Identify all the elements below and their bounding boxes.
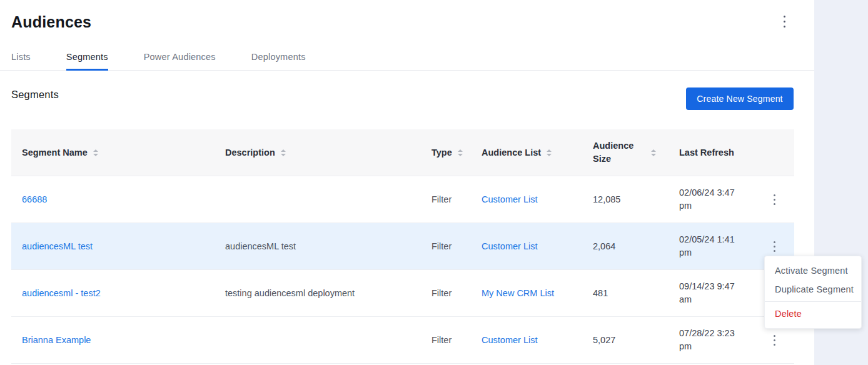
type-cell: Filter [431, 335, 482, 345]
kebab-icon [774, 246, 775, 248]
tab-power-audiences[interactable]: Power Audiences [144, 44, 216, 70]
last-refresh-cell: 07/28/22 3:23 pm [679, 327, 763, 353]
sort-icon[interactable] [458, 149, 463, 156]
segments-table: Segment Name Description Type Audience L… [11, 129, 794, 364]
last-refresh-cell: 09/14/23 9:47 am [679, 280, 763, 306]
audience-list-cell: Customer List [482, 241, 593, 251]
menu-item-duplicate-segment[interactable]: Duplicate Segment [765, 280, 861, 299]
menu-divider [765, 301, 861, 302]
table-row-selected: audiencesML test audiencesML test Filter… [11, 223, 794, 270]
column-header-description: Description [225, 148, 431, 158]
actions-cell [763, 192, 794, 207]
audience-list-link[interactable]: Customer List [482, 335, 537, 345]
last-refresh-value: 02/06/24 3:47 pm [679, 186, 742, 212]
kebab-icon [774, 335, 775, 337]
audience-list-link[interactable]: Customer List [482, 241, 537, 251]
menu-item-activate-segment[interactable]: Activate Segment [765, 261, 861, 280]
row-actions-menu-button-open[interactable] [768, 239, 780, 254]
segment-name-link[interactable]: audiencesml - test2 [22, 288, 101, 298]
row-actions-context-menu: Activate Segment Duplicate Segment Delet… [764, 256, 862, 329]
actions-cell [763, 239, 794, 254]
audience-list-link[interactable]: Customer List [482, 194, 537, 204]
kebab-icon [774, 344, 775, 346]
segment-name-link[interactable]: Brianna Example [22, 335, 91, 345]
type-cell: Filter [431, 241, 482, 251]
table-row: audiencesml - test2 testing audiencesml … [11, 270, 794, 317]
kebab-icon [774, 194, 775, 196]
tab-bar: Lists Segments Power Audiences Deploymen… [0, 44, 814, 71]
column-header-segment-name: Segment Name [22, 148, 225, 158]
segment-name-link[interactable]: 66688 [22, 194, 47, 204]
actions-cell [763, 332, 794, 348]
description-cell: testing audiencesml deployment [225, 288, 431, 298]
kebab-icon [784, 21, 785, 22]
column-header-label: Audience List [482, 148, 541, 158]
sort-icon[interactable] [93, 149, 98, 156]
audience-size-cell: 5,027 [593, 335, 679, 345]
column-header-audience-size: Audience Size [593, 139, 679, 166]
audience-list-cell: My New CRM List [482, 288, 593, 298]
kebab-icon [784, 26, 785, 28]
segment-name-cell: 66688 [22, 194, 225, 204]
tab-segments[interactable]: Segments [66, 44, 108, 70]
audience-size-cell: 2,064 [593, 241, 679, 251]
column-header-last-refresh: Last Refresh [679, 148, 763, 158]
sort-icon[interactable] [547, 149, 552, 156]
sort-icon[interactable] [651, 149, 656, 156]
kebab-icon [784, 16, 785, 18]
last-refresh-value: 02/05/24 1:41 pm [679, 233, 742, 259]
segment-name-link[interactable]: audiencesML test [22, 241, 93, 251]
segment-name-cell: audiencesML test [22, 241, 225, 251]
row-actions-menu-button[interactable] [768, 332, 780, 348]
column-header-audience-list: Audience List [482, 148, 593, 158]
audience-list-cell: Customer List [482, 335, 593, 345]
sort-icon[interactable] [281, 149, 286, 156]
audience-size-cell: 481 [593, 288, 679, 298]
description-cell: audiencesML test [225, 241, 431, 251]
column-header-label: Segment Name [22, 148, 88, 158]
kebab-icon [774, 199, 775, 201]
tab-lists[interactable]: Lists [11, 44, 31, 70]
last-refresh-value: 07/28/22 3:23 pm [679, 327, 742, 353]
column-header-label: Description [225, 148, 275, 158]
create-new-segment-button[interactable]: Create New Segment [686, 88, 794, 110]
table-row: 66688 Filter Customer List 12,085 02/06/… [11, 176, 794, 223]
column-header-label: Last Refresh [679, 148, 734, 158]
audience-size-cell: 12,085 [593, 194, 679, 204]
menu-item-delete[interactable]: Delete [765, 304, 861, 323]
table-row: Brianna Example Filter Customer List 5,0… [11, 317, 794, 364]
kebab-icon [774, 339, 775, 341]
last-refresh-value: 09/14/23 9:47 am [679, 280, 742, 306]
table-header-row: Segment Name Description Type Audience L… [11, 129, 794, 176]
last-refresh-cell: 02/06/24 3:47 pm [679, 186, 763, 212]
segment-name-cell: Brianna Example [22, 335, 225, 345]
section-title: Segments [11, 89, 59, 101]
tab-deployments[interactable]: Deployments [251, 44, 306, 70]
column-header-type: Type [431, 148, 482, 158]
kebab-icon [774, 250, 775, 252]
kebab-icon [774, 241, 775, 243]
audience-list-cell: Customer List [482, 194, 593, 204]
type-cell: Filter [431, 194, 482, 204]
kebab-icon [774, 203, 775, 205]
column-header-label: Type [431, 148, 452, 158]
row-actions-menu-button[interactable] [768, 192, 780, 207]
segment-name-cell: audiencesml - test2 [22, 288, 225, 298]
page-title: Audiences [11, 13, 91, 31]
page-overflow-menu-button[interactable] [778, 14, 790, 29]
audience-list-link[interactable]: My New CRM List [482, 288, 554, 298]
main-content-panel: Audiences Lists Segments Power Audiences… [0, 0, 814, 365]
last-refresh-cell: 02/05/24 1:41 pm [679, 233, 763, 259]
column-header-label: Audience Size [593, 139, 645, 166]
type-cell: Filter [431, 288, 482, 298]
